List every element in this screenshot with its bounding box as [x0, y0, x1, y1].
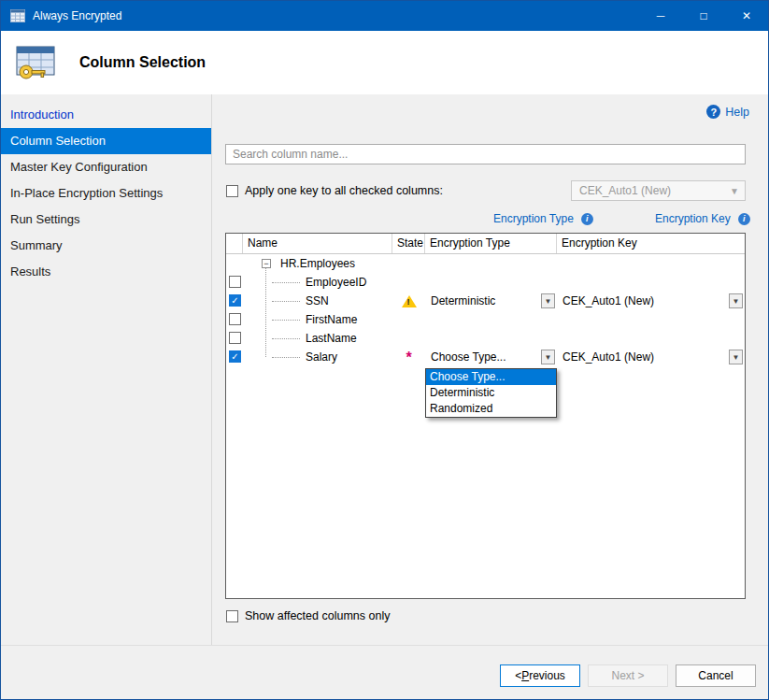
- sidebar-item-in-place-encryption-settings[interactable]: In-Place Encryption Settings: [1, 180, 211, 207]
- encryption-type-dropdown-list: Choose Type... Deterministic Randomized: [425, 368, 557, 418]
- dropdown-option-choose-type[interactable]: Choose Type...: [426, 369, 556, 385]
- column-name-label: FirstName: [306, 313, 357, 326]
- next-button[interactable]: Next >: [588, 664, 668, 687]
- sidebar-item-results[interactable]: Results: [1, 259, 211, 285]
- grid-header: Name State Encryption Type Encryption Ke…: [226, 234, 745, 254]
- encryption-type-value[interactable]: Choose Type...: [431, 350, 506, 364]
- sidebar-item-column-selection[interactable]: Column Selection: [1, 128, 211, 154]
- row-checkbox-firstname[interactable]: [229, 313, 241, 325]
- tree-stub: [272, 320, 300, 321]
- column-name-label: Salary: [306, 350, 337, 364]
- row-checkbox-salary[interactable]: ✓: [229, 350, 241, 363]
- encryption-type-value[interactable]: Deterministic: [431, 294, 495, 307]
- warning-icon: [402, 295, 417, 307]
- encryption-type-dropdown-arrow[interactable]: ▼: [541, 350, 555, 364]
- sidebar-item-master-key-configuration[interactable]: Master Key Configuration: [1, 154, 211, 180]
- row-checkbox-ssn[interactable]: ✓: [229, 294, 241, 307]
- encryption-key-header-link[interactable]: Encryption Key i: [655, 212, 750, 225]
- help-icon: ?: [706, 105, 720, 119]
- maximize-button[interactable]: □: [682, 1, 725, 31]
- table-row: ✓ SSN Deterministic ▼ CEK_Auto1 (New) ▼: [226, 292, 745, 310]
- tree-stub: [272, 357, 300, 358]
- table-row: FirstName: [226, 310, 745, 329]
- minimize-button[interactable]: ─: [639, 1, 682, 31]
- sidebar-item-summary[interactable]: Summary: [1, 233, 211, 259]
- encryption-key-value[interactable]: CEK_Auto1 (New): [563, 350, 654, 364]
- wizard-header: Column Selection: [1, 31, 768, 94]
- info-icon[interactable]: i: [581, 213, 593, 225]
- state-cell: [392, 293, 425, 310]
- apply-one-key-label: Apply one key to all checked columns:: [245, 184, 443, 197]
- encryption-type-dropdown-arrow[interactable]: ▼: [541, 293, 555, 308]
- encryption-key-dropdown-arrow[interactable]: ▼: [729, 350, 743, 364]
- table-group-label: HR.Employees: [280, 257, 355, 270]
- previous-label-prefix: <: [515, 669, 521, 682]
- previous-label-accesskey: P: [521, 669, 529, 682]
- main-panel: ? Help Apply one key to all checked colu…: [212, 94, 768, 645]
- titlebar: Always Encrypted ─ □ ✕: [1, 1, 768, 31]
- table-row: LastName: [226, 329, 745, 348]
- show-affected-label: Show affected columns only: [245, 609, 390, 622]
- previous-label-rest: revious: [529, 669, 565, 682]
- always-encrypted-wizard-window: Always Encrypted ─ □ ✕ Column Selection …: [0, 0, 769, 700]
- row-checkbox-lastname[interactable]: [229, 332, 241, 344]
- header-state: State: [392, 234, 425, 253]
- window-title: Always Encrypted: [33, 9, 121, 22]
- show-affected-checkbox[interactable]: [226, 610, 238, 622]
- sidebar-item-run-settings[interactable]: Run Settings: [1, 207, 211, 233]
- columns-grid: Name State Encryption Type Encryption Ke…: [225, 233, 746, 599]
- show-affected-row: Show affected columns only: [226, 609, 390, 622]
- column-name-label: EmployeeID: [306, 276, 366, 289]
- cancel-button[interactable]: Cancel: [676, 664, 756, 687]
- tree-stub: [272, 282, 300, 283]
- tree-stub: [272, 301, 300, 302]
- table-group-row: − HR.Employees: [226, 254, 745, 273]
- tree-stub: [272, 338, 300, 339]
- table-row: ✓ Salary * Choose Type... ▼ CEK_Auto1 (N…: [226, 348, 745, 366]
- help-label: Help: [725, 106, 749, 119]
- header-checkbox-column: [226, 234, 243, 253]
- footer-bar: < Previous Next > Cancel: [1, 645, 768, 699]
- apply-one-key-row: Apply one key to all checked columns:: [226, 184, 443, 197]
- encryption-type-link-label: Encryption Type: [493, 212, 574, 225]
- help-link[interactable]: ? Help: [706, 105, 749, 119]
- search-column-input[interactable]: [225, 144, 746, 164]
- close-button[interactable]: ✕: [725, 1, 768, 31]
- page-title: Column Selection: [79, 54, 206, 71]
- dropdown-option-deterministic[interactable]: Deterministic: [426, 385, 556, 401]
- state-cell: *: [392, 350, 425, 366]
- window-controls: ─ □ ✕: [639, 1, 768, 31]
- column-name-label: LastName: [306, 332, 357, 345]
- table-row: EmployeeID: [226, 273, 745, 292]
- table-key-icon: [14, 43, 57, 82]
- column-name-label: SSN: [306, 294, 329, 307]
- row-checkbox-employeeid[interactable]: [229, 276, 241, 288]
- sidebar-item-introduction[interactable]: Introduction: [1, 102, 211, 128]
- encryption-key-value[interactable]: CEK_Auto1 (New): [563, 294, 654, 307]
- apply-key-dropdown-value: CEK_Auto1 (New): [579, 184, 671, 197]
- required-icon: *: [406, 350, 411, 365]
- header-encryption-type: Encryption Type: [425, 234, 557, 253]
- encryption-key-link-label: Encryption Key: [655, 212, 731, 225]
- previous-button[interactable]: < Previous: [500, 664, 580, 687]
- chevron-down-icon: ▼: [730, 186, 739, 196]
- app-icon: [10, 9, 25, 22]
- header-encryption-key: Encryption Key: [557, 234, 745, 253]
- info-icon[interactable]: i: [738, 213, 750, 225]
- apply-key-dropdown[interactable]: CEK_Auto1 (New) ▼: [571, 180, 746, 201]
- wizard-steps-sidebar: Introduction Column Selection Master Key…: [1, 94, 212, 645]
- body-area: Introduction Column Selection Master Key…: [1, 94, 768, 645]
- dropdown-option-randomized[interactable]: Randomized: [426, 401, 556, 417]
- collapse-expander-icon[interactable]: −: [262, 259, 271, 268]
- header-name: Name: [243, 234, 392, 253]
- encryption-type-header-link[interactable]: Encryption Type i: [493, 212, 593, 225]
- encryption-key-dropdown-arrow[interactable]: ▼: [729, 293, 743, 308]
- apply-one-key-checkbox[interactable]: [226, 185, 238, 197]
